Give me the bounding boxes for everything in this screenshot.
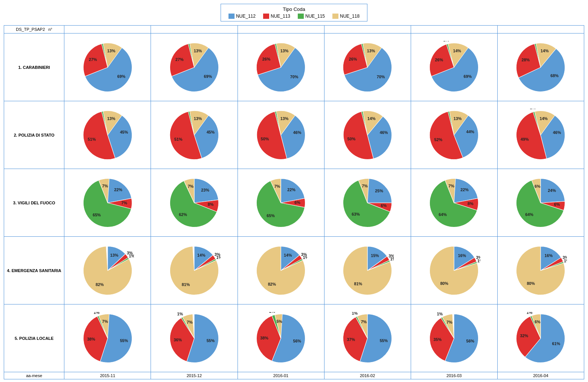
pie-chart: 70%26%1%13% <box>341 41 394 94</box>
pie-wrapper: 25%6%63%7% <box>326 170 409 235</box>
svg-text:38%: 38% <box>260 335 268 340</box>
pie-chart: 22%8%64%7% <box>428 177 480 229</box>
month-axis-label: aa-mese <box>4 372 64 379</box>
pie-chart: 56%35%1%7% <box>428 312 480 365</box>
pie-cell-1-1: 45%51%1%13% <box>151 101 238 169</box>
legend-item-nue113: NUE_113 <box>263 14 290 19</box>
svg-text:16%: 16% <box>545 253 553 258</box>
col-header-empty-1 <box>64 26 151 33</box>
pie-chart: 22%7%65%7% <box>81 177 134 229</box>
pie-wrapper: 69%27%1%13% <box>66 35 149 99</box>
pie-chart: 46%50%1%14% <box>341 109 394 161</box>
svg-text:7%: 7% <box>102 319 108 324</box>
pie-cell-0-1: 69%27%1%13% <box>151 33 238 101</box>
svg-text:26%: 26% <box>435 58 443 62</box>
pie-wrapper: 22%6%65%7% <box>239 170 323 235</box>
svg-text:70%: 70% <box>290 74 299 79</box>
axis-label-cell: DS_TP_PSAP2 n° <box>4 26 64 33</box>
svg-text:52%: 52% <box>434 137 443 142</box>
legend-box: Tipo Coda NUE_112 NUE_113 NUE_115 NUE_11… <box>221 4 367 21</box>
month-2016-02: 2016-02 <box>324 372 411 379</box>
pie-chart: 14%3%1%81% <box>168 244 221 297</box>
pie-chart: 69%27%1%13% <box>168 41 221 94</box>
bottom-row: aa-mese 2015-11 2015-12 2016-01 2016-02 … <box>4 372 584 379</box>
svg-text:13%: 13% <box>110 253 119 257</box>
svg-text:1%: 1% <box>303 255 308 260</box>
svg-text:68%: 68% <box>551 73 559 78</box>
pie-cell-3-2: 14%3%1%82% <box>238 237 324 304</box>
pie-wrapper: 16%3%1%80% <box>499 238 582 303</box>
pie-chart: 16%3%1%80% <box>428 244 480 297</box>
legend-items: NUE_112 NUE_113 NUE_115 NUE_118 <box>228 14 360 19</box>
svg-text:81%: 81% <box>182 282 190 286</box>
svg-text:7%: 7% <box>188 184 194 188</box>
svg-text:22%: 22% <box>461 187 469 192</box>
svg-text:6%: 6% <box>294 200 300 204</box>
pie-wrapper: 22%7%65%7% <box>66 170 149 235</box>
svg-text:13%: 13% <box>107 48 116 53</box>
svg-text:36%: 36% <box>174 338 182 342</box>
svg-text:56%: 56% <box>466 339 475 343</box>
col-header-row: DS_TP_PSAP2 n° <box>4 26 584 33</box>
svg-text:1%: 1% <box>437 312 443 316</box>
svg-text:14%: 14% <box>541 49 549 53</box>
svg-text:13%: 13% <box>194 48 202 53</box>
legend-title: Tipo Coda <box>228 6 360 12</box>
svg-text:81%: 81% <box>354 282 363 286</box>
data-row-2: 3. VIGILI DEL FUOCO 22%7%65%7% 23%8%62%7… <box>4 169 584 237</box>
svg-text:7%: 7% <box>187 320 193 324</box>
pie-wrapper: 55%37%1%7% <box>326 306 409 370</box>
svg-text:7%: 7% <box>102 184 108 188</box>
month-2016-01: 2016-01 <box>238 372 324 379</box>
svg-text:1%: 1% <box>532 41 538 42</box>
svg-text:38%: 38% <box>87 336 95 341</box>
svg-text:1%: 1% <box>94 312 100 315</box>
pie-chart: 55%37%1%7% <box>341 312 394 365</box>
pie-chart: 16%3%1%80% <box>514 244 567 297</box>
pie-wrapper: 55%38%1%7% <box>66 306 149 370</box>
svg-text:82%: 82% <box>268 282 276 286</box>
svg-text:1%: 1% <box>477 258 480 263</box>
pie-wrapper: 69%26%1%14% <box>413 35 496 99</box>
svg-text:1%: 1% <box>129 254 134 258</box>
svg-text:51%: 51% <box>88 137 96 142</box>
legend-item-nue112: NUE_112 <box>228 14 256 19</box>
pie-cell-2-5: 24%6%64%6% <box>497 169 584 237</box>
svg-text:14%: 14% <box>367 116 376 121</box>
svg-text:55%: 55% <box>207 338 215 342</box>
pie-wrapper: 46%50%1%14% <box>326 103 409 167</box>
pie-cell-1-4: 44%52%1%13% <box>411 101 497 169</box>
svg-text:1%: 1% <box>272 109 278 110</box>
row-label-2: 3. VIGILI DEL FUOCO <box>4 169 64 237</box>
pie-wrapper: 23%8%62%7% <box>152 170 236 235</box>
month-2015-12: 2015-12 <box>151 372 238 379</box>
svg-text:26%: 26% <box>262 56 271 61</box>
col-header-empty-4 <box>324 26 411 33</box>
svg-text:46%: 46% <box>380 130 388 135</box>
svg-text:13%: 13% <box>194 116 202 120</box>
svg-text:1%: 1% <box>177 312 183 316</box>
row-label-4: 5. POLIZIA LOCALE <box>4 304 64 372</box>
pie-chart: 24%6%64%6% <box>514 177 567 229</box>
svg-text:64%: 64% <box>526 212 534 216</box>
svg-text:22%: 22% <box>114 187 122 192</box>
legend-item-nue118: NUE_118 <box>332 14 360 19</box>
svg-text:61%: 61% <box>552 341 561 345</box>
pie-wrapper: 15%3%1%81% <box>326 238 409 303</box>
data-row-0: 1. CARABINIERI 69%27%1%13% 69%27%1%13% 7… <box>4 33 584 101</box>
pie-cell-3-3: 15%3%1%81% <box>324 237 411 304</box>
svg-text:1%: 1% <box>527 312 533 315</box>
svg-text:35%: 35% <box>434 337 442 341</box>
svg-text:14%: 14% <box>197 253 206 257</box>
nue118-color-swatch <box>332 14 338 19</box>
pie-wrapper: 14%3%1%81% <box>152 238 236 303</box>
svg-text:50%: 50% <box>261 136 269 141</box>
pie-chart: 55%36%1%7% <box>168 312 221 365</box>
svg-text:28%: 28% <box>522 58 530 62</box>
svg-text:51%: 51% <box>174 137 183 142</box>
col-header-empty-3 <box>238 26 324 33</box>
page: Tipo Coda NUE_112 NUE_113 NUE_115 NUE_11… <box>0 0 588 382</box>
pie-chart: 45%51%1%13% <box>168 109 221 161</box>
pie-cell-2-4: 22%8%64%7% <box>411 169 497 237</box>
svg-text:7%: 7% <box>121 201 127 205</box>
